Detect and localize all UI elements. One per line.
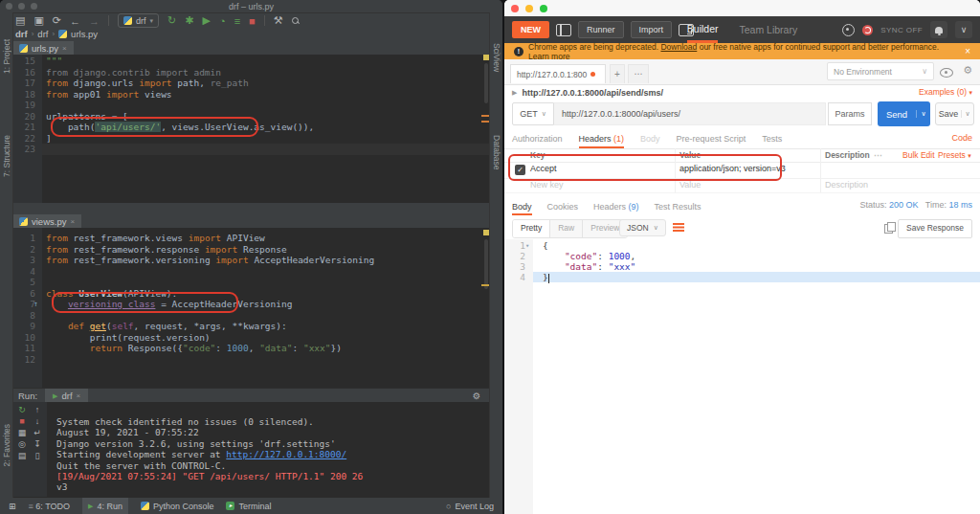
statusbar-python-console[interactable]: Python Console	[141, 502, 214, 511]
run-configuration-select[interactable]: drf ▾	[118, 13, 159, 28]
scroll-to-end-icon[interactable]: ↧	[30, 439, 45, 449]
new-value-input[interactable]: Value	[679, 180, 701, 190]
rerun-icon[interactable]: ↻	[167, 14, 176, 27]
run-tab-drf[interactable]: ▶ drf ×	[45, 389, 88, 403]
more-options-icon[interactable]: ⋯	[874, 150, 882, 160]
url-input[interactable]: http://127.0.0.1:8000/api/users/	[554, 102, 826, 125]
sync-icon[interactable]	[862, 25, 873, 35]
wrap-lines-icon[interactable]	[673, 223, 684, 233]
run-console-output[interactable]: System check identified no issues (0 sil…	[47, 402, 502, 511]
layout-toggle-icon[interactable]	[556, 24, 571, 36]
tab-authorization[interactable]: Authorization	[512, 134, 563, 148]
down-stacktrace-icon[interactable]: ↓	[30, 416, 45, 426]
new-description-input[interactable]: Description	[825, 180, 868, 190]
format-select[interactable]: JSON ∨	[619, 219, 666, 236]
disclosure-triangle-icon[interactable]: ▶	[512, 89, 517, 97]
method-select[interactable]: GET ∨	[512, 102, 554, 125]
toolwindow-database[interactable]: Database	[492, 135, 501, 169]
examples-dropdown[interactable]: Examples (0) ▾	[919, 87, 972, 97]
download-link[interactable]: Download	[660, 42, 697, 52]
close-icon[interactable]: ×	[70, 217, 75, 226]
tab-builder[interactable]: Builder	[687, 16, 719, 43]
rerun-icon[interactable]: ↻	[14, 405, 30, 414]
window-zoom-button[interactable]	[540, 5, 547, 12]
soft-wrap-icon[interactable]: ↵	[30, 428, 45, 437]
back-icon[interactable]: ←	[70, 15, 80, 27]
new-tab-button[interactable]: +	[610, 64, 625, 83]
banner-close-icon[interactable]: ×	[965, 46, 970, 56]
statusbar-event-log[interactable]: ○ Event Log	[446, 502, 494, 511]
settings-wrench-icon[interactable]: ⚒	[274, 14, 283, 27]
up-stacktrace-icon[interactable]: ↑	[30, 405, 45, 414]
tab-headers[interactable]: Headers (1)	[579, 134, 625, 148]
forward-icon[interactable]: →	[89, 15, 100, 27]
interceptor-icon[interactable]	[842, 24, 855, 36]
response-body-viewer[interactable]: 1▾{2 "code": 1000,3 "data": "xxx"4}	[504, 239, 980, 514]
statusbar-todo[interactable]: ≡ 6: TODO	[29, 502, 70, 511]
copy-icon[interactable]	[884, 222, 896, 234]
editor-views-py[interactable]: 1from rest_framework.views import APIVie…	[12, 228, 490, 392]
stop-icon[interactable]: ■	[249, 15, 256, 27]
inspection-status-square[interactable]	[483, 55, 489, 60]
pretty-button[interactable]: Pretty	[513, 220, 550, 237]
pin-icon[interactable]: ◎	[14, 439, 30, 449]
code-link[interactable]: Code	[951, 133, 972, 143]
breadcrumb-package[interactable]: drf	[37, 29, 48, 39]
tab-response-body[interactable]: Body	[512, 202, 532, 215]
new-button[interactable]: NEW	[512, 21, 549, 38]
send-button[interactable]: Send ∨	[878, 101, 930, 126]
bulk-edit-link[interactable]: Bulk Edit	[902, 150, 935, 160]
stop-icon[interactable]: ■	[14, 416, 30, 426]
tab-body[interactable]: Body	[640, 134, 660, 148]
tab-pre-request-script[interactable]: Pre-request Script	[677, 134, 746, 148]
notifications-button[interactable]	[930, 21, 947, 38]
import-button[interactable]: Import	[631, 21, 673, 38]
statusbar-toggle-icon[interactable]: ⊞	[9, 502, 16, 511]
statusbar-terminal[interactable]: ▸ Terminal	[226, 502, 271, 511]
tab-test-results[interactable]: Test Results	[655, 202, 702, 215]
tab-tests[interactable]: Tests	[762, 134, 782, 148]
tab-response-headers[interactable]: Headers (9)	[593, 202, 639, 215]
save-button[interactable]: Save ∨	[935, 102, 974, 125]
environment-settings-gear-icon[interactable]: ⚙	[963, 64, 972, 77]
profiler-icon[interactable]: ◔	[219, 15, 226, 27]
print-icon[interactable]: ▤	[14, 451, 30, 460]
save-response-button[interactable]: Save Response	[898, 219, 972, 238]
tab-cookies[interactable]: Cookies	[547, 202, 579, 215]
concurrency-icon[interactable]: ≡	[234, 15, 240, 27]
account-menu-button[interactable]: ∨	[955, 21, 972, 38]
request-tab[interactable]: http://127.0.0.1:800	[510, 64, 606, 83]
toolwindow-sciview[interactable]: SciView	[492, 43, 501, 72]
presets-dropdown[interactable]: Presets ▾	[938, 150, 971, 160]
save-all-icon[interactable]: ▣	[33, 14, 43, 27]
raw-button[interactable]: Raw	[550, 220, 583, 237]
window-close-button[interactable]	[511, 5, 519, 12]
gear-icon[interactable]: ⚙	[473, 391, 481, 401]
header-row-checkbox[interactable]: ✓	[515, 165, 525, 175]
toolwindow-project[interactable]: 1: Project	[2, 39, 11, 74]
header-key-cell[interactable]: Accept	[530, 164, 557, 173]
scrollbar-thumb[interactable]	[484, 63, 488, 103]
tab-team-library[interactable]: Team Library	[739, 16, 797, 43]
tab-overflow-button[interactable]: ⋯	[628, 64, 649, 83]
breadcrumb-file[interactable]: urls.py	[71, 29, 98, 39]
params-button[interactable]: Params	[828, 102, 872, 125]
toolwindow-favorites[interactable]: 2: Favorites	[2, 424, 11, 466]
scrollbar-thumb[interactable]	[484, 239, 488, 289]
new-key-input[interactable]: New key	[530, 180, 564, 190]
toolwindow-structure[interactable]: 7: Structure	[2, 135, 11, 177]
close-icon[interactable]: ×	[77, 391, 81, 400]
inspection-status-square[interactable]	[483, 230, 489, 235]
run-coverage-icon[interactable]: ▶	[203, 14, 211, 27]
clear-icon[interactable]: ▯	[30, 451, 45, 460]
breadcrumb-project[interactable]: drf	[15, 29, 28, 39]
environment-preview-icon[interactable]	[940, 68, 953, 78]
environment-select[interactable]: No Environment ∨	[827, 62, 934, 80]
open-folder-icon[interactable]: ▤	[15, 14, 25, 27]
runner-button[interactable]: Runner	[578, 21, 624, 38]
statusbar-run[interactable]: ▶ 4: Run	[82, 498, 128, 514]
sync-icon[interactable]: ⟳	[53, 14, 61, 27]
debug-icon[interactable]: ✱	[185, 14, 193, 27]
close-icon[interactable]: ×	[62, 44, 67, 53]
window-minimize-button[interactable]	[525, 5, 533, 12]
